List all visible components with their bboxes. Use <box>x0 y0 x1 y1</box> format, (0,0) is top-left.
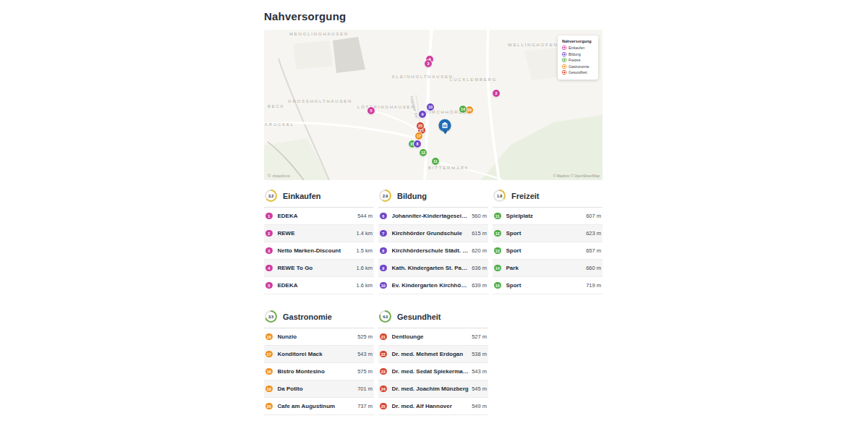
place-name: Sport <box>506 230 584 237</box>
list-item[interactable]: 6Johanniter-Kindertagesein...560 m <box>378 208 488 225</box>
section-header-gastronomie: 3.5Gastronomie <box>264 310 374 328</box>
place-name: REWE To Go <box>278 265 354 271</box>
page: Nahversorgung MENGLINGHAUSENWELLINGHOFEN… <box>0 0 868 434</box>
sections-grid: 3.2Einkaufen1EDEKA544 m2REWE1.4 km3Netto… <box>264 190 603 415</box>
list-item[interactable]: 15Sport719 m <box>493 277 603 294</box>
map-marker-9[interactable]: 9 <box>419 111 426 118</box>
section-gastronomie: 3.5Gastronomie16Nunzio525 m17Konditorei … <box>264 310 374 415</box>
map-marker-5[interactable]: 5 <box>367 107 375 114</box>
list-marker-number: 15 <box>494 282 501 289</box>
score-value: 2.9 <box>380 191 390 200</box>
map-marker-17[interactable]: 17 <box>415 132 422 140</box>
map-marker-3[interactable]: 3 <box>425 60 432 67</box>
list-item[interactable]: 5EDEKA1.6 km <box>264 277 374 294</box>
place-name: REWE <box>278 230 354 237</box>
list-item[interactable]: 2REWE1.4 km <box>264 225 374 242</box>
section-bildung: 2.9Bildung6Johanniter-Kindertagesein...5… <box>378 190 488 294</box>
map-marker-25[interactable]: 25 <box>417 122 424 129</box>
place-name: Ev. Kindergarten Kirchhörde <box>392 282 469 289</box>
list-item[interactable]: 1EDEKA544 m <box>264 208 374 225</box>
list-item[interactable]: 24Dr. med. Joachim Münzberg545 m <box>378 380 488 398</box>
place-name: Kirchhörder Grundschule <box>392 230 469 237</box>
place-name: Dr. med. Mehmet Erdogan <box>392 351 469 357</box>
list-item[interactable]: 18Bistro Montesino575 m <box>264 363 374 380</box>
legend-item-einkaufen: Einkaufen <box>562 46 595 50</box>
list-item[interactable]: 8Kirchhörderschule Städt. G...620 m <box>378 242 488 260</box>
list-marker-number: 12 <box>494 230 501 237</box>
place-name: Bistro Montesino <box>278 368 355 375</box>
section-gesundheit: 4.0Gesundheit21Dentlounge527 m22Dr. med.… <box>378 310 488 415</box>
list-item[interactable]: 7Kirchhörder Grundschule615 m <box>378 225 488 242</box>
place-name: Cafe am Augustinum <box>278 403 355 409</box>
list-item[interactable]: 23Dr. med. Sedat Spiekermann543 m <box>378 363 488 380</box>
place-distance: 1.5 km <box>356 247 373 254</box>
list-marker-number: 9 <box>380 265 387 272</box>
place-name: Sport <box>506 247 584 254</box>
score-value: 1.8 <box>495 191 504 200</box>
list-marker-number: 5 <box>265 282 273 289</box>
list-marker-number: 25 <box>380 403 387 410</box>
map-marker-8[interactable]: 8 <box>414 140 421 148</box>
place-name: Sport <box>506 282 584 289</box>
list-marker-number: 1 <box>265 213 273 220</box>
list-item[interactable]: 17Konditorei Mack543 m <box>264 346 374 363</box>
place-name: Konditorei Mack <box>278 351 355 357</box>
list-item[interactable]: 14Park660 m <box>493 260 603 277</box>
legend-item-gastronomie: Gastronomie <box>562 64 595 69</box>
map-place-label: WELLINGHOFEN <box>508 43 558 47</box>
map-marker-2[interactable]: 2 <box>493 90 500 97</box>
legend-label: Einkaufen <box>569 46 584 50</box>
map-marker-14[interactable]: 14 <box>459 106 467 113</box>
bildung-category-icon <box>562 52 566 56</box>
list-item[interactable]: 3Netto Marken-Discount1.5 km <box>264 242 374 260</box>
place-name: EDEKA <box>278 282 354 289</box>
list-item[interactable]: 19Da Potito701 m <box>264 380 374 398</box>
map-marker-12[interactable]: 12 <box>420 149 427 156</box>
place-name: Dr. med. Alf Hannover <box>392 403 469 409</box>
mapbox-logo[interactable]: © mapbox <box>268 174 291 178</box>
list-item[interactable]: 12Sport623 m <box>493 225 603 242</box>
list-marker-number: 23 <box>380 368 387 375</box>
map-attribution[interactable]: © Mapbox © OpenStreetMap <box>553 174 600 178</box>
place-distance: 544 m <box>357 213 373 219</box>
score-value: 4.0 <box>380 312 390 321</box>
place-distance: 657 m <box>586 247 601 254</box>
map-marker-11[interactable]: 11 <box>432 158 439 165</box>
map-marker-20[interactable]: 20 <box>466 106 473 114</box>
section-title: Bildung <box>397 192 427 200</box>
property-pin[interactable] <box>439 119 451 132</box>
list-item[interactable]: 16Nunzio525 m <box>264 328 374 346</box>
map[interactable]: MENGLINGHAUSENWELLINGHOFENKLEINHOLTHAUSE… <box>264 30 603 180</box>
place-distance: 615 m <box>472 230 487 237</box>
section-header-freizeit: 1.8Freizeit <box>493 190 603 208</box>
list-marker-number: 10 <box>380 282 387 289</box>
list-item[interactable]: 9Kath. Kindergarten St. Patr...636 m <box>378 260 488 277</box>
map-legend-items: EinkaufenBildungFreizeitGastronomieGesun… <box>562 46 595 75</box>
map-marker-10[interactable]: 10 <box>427 103 434 111</box>
list-marker-number: 17 <box>265 351 273 358</box>
list-item[interactable]: 22Dr. med. Mehmet Erdogan538 m <box>378 346 488 363</box>
place-distance: 538 m <box>472 351 487 357</box>
legend-item-bildung: Bildung <box>562 52 595 56</box>
list-item[interactable]: 4REWE To Go1.6 km <box>264 260 374 277</box>
score-badge-icon: 4.0 <box>379 310 391 323</box>
list-item[interactable]: 10Ev. Kindergarten Kirchhörde639 m <box>378 277 488 294</box>
gesundheit-category-icon <box>562 70 566 75</box>
place-name: Dr. med. Joachim Münzberg <box>392 386 469 392</box>
list-marker-number: 19 <box>265 386 273 393</box>
list-item[interactable]: 21Dentlounge527 m <box>378 328 488 346</box>
list-item[interactable]: 13Sport657 m <box>493 242 603 260</box>
section-title: Einkaufen <box>283 192 321 200</box>
nahversorgung-widget: Nahversorgung MENGLINGHAUSENWELLINGHOFEN… <box>264 0 603 415</box>
legend-label: Gastronomie <box>569 64 590 69</box>
list-item[interactable]: 11Spielplatz607 m <box>493 208 603 225</box>
list-item[interactable]: 25Dr. med. Alf Hannover549 m <box>378 398 488 415</box>
section-einkaufen: 3.2Einkaufen1EDEKA544 m2REWE1.4 km3Netto… <box>264 190 374 294</box>
list-marker-number: 8 <box>380 247 387 255</box>
list-marker-number: 18 <box>265 368 273 375</box>
list-item[interactable]: 20Cafe am Augustinum737 m <box>264 398 374 415</box>
list-marker-number: 11 <box>494 213 501 220</box>
list-marker-number: 14 <box>494 265 501 272</box>
place-distance: 549 m <box>472 403 487 409</box>
list-marker-number: 22 <box>380 351 387 358</box>
